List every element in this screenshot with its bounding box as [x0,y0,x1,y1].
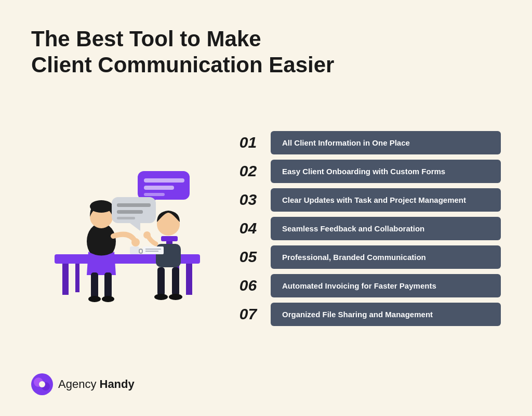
items-list: 01 All Client Information in One Place 0… [234,94,501,363]
list-item: 05 Professional, Branded Communication [234,245,501,269]
svg-point-13 [88,296,101,302]
page-title: The Best Tool to Make Client Communicati… [31,26,501,79]
list-item: 03 Clear Updates with Task and Project M… [234,188,501,212]
item-label-3: Clear Updates with Task and Project Mana… [271,188,501,212]
item-label-6: Automated Invoicing for Faster Payments [271,274,501,297]
svg-rect-5 [130,246,139,254]
svg-point-22 [154,294,168,300]
brand-logo-icon [31,373,53,395]
brand-name: Agency Handy [58,378,135,391]
svg-point-10 [131,238,140,246]
main-content: 01 All Client Information in One Place 0… [31,94,501,363]
item-label-7: Organized File Sharing and Management [271,303,501,326]
svg-rect-35 [117,210,143,214]
svg-rect-21 [172,267,179,296]
svg-point-40 [39,381,45,387]
svg-marker-33 [130,223,140,231]
svg-point-23 [169,294,182,300]
svg-point-19 [143,231,151,239]
svg-rect-31 [144,193,165,196]
svg-rect-1 [62,264,69,295]
svg-rect-30 [144,186,174,190]
svg-rect-20 [157,267,165,296]
svg-rect-34 [117,203,151,207]
svg-rect-24 [143,246,164,254]
svg-rect-16 [161,236,178,241]
svg-rect-2 [186,264,192,295]
item-number-5: 05 [234,248,262,266]
list-item: 01 All Client Information in One Place [234,131,501,154]
svg-rect-11 [91,272,98,298]
item-label-5: Professional, Branded Communication [271,245,501,269]
page-container: The Best Tool to Make Client Communicati… [0,0,532,416]
list-item: 07 Organized File Sharing and Management [234,303,501,326]
illustration-section [31,94,223,363]
item-number-6: 06 [234,277,262,294]
svg-rect-6 [139,249,142,253]
list-item: 04 Seamless Feedback and Collaboration [234,217,501,240]
svg-rect-36 [117,217,135,219]
list-item: 06 Automated Invoicing for Faster Paymen… [234,274,501,297]
svg-point-14 [102,296,114,302]
item-label-1: All Client Information in One Place [271,131,501,154]
item-number-4: 04 [234,219,262,237]
title-section: The Best Tool to Make Client Communicati… [31,26,501,79]
item-label-2: Easy Client Onboarding with Custom Forms [271,160,501,183]
svg-rect-3 [75,264,79,292]
list-item: 02 Easy Client Onboarding with Custom Fo… [234,160,501,183]
item-number-7: 07 [234,305,262,323]
item-number-3: 03 [234,191,262,209]
svg-rect-29 [144,178,184,183]
footer-brand: Agency Handy [31,373,501,395]
svg-point-9 [90,200,113,213]
item-number-2: 02 [234,162,262,180]
item-number-1: 01 [234,134,262,151]
svg-rect-12 [104,272,112,298]
hero-illustration [39,140,216,317]
item-label-4: Seamless Feedback and Collaboration [271,217,501,240]
